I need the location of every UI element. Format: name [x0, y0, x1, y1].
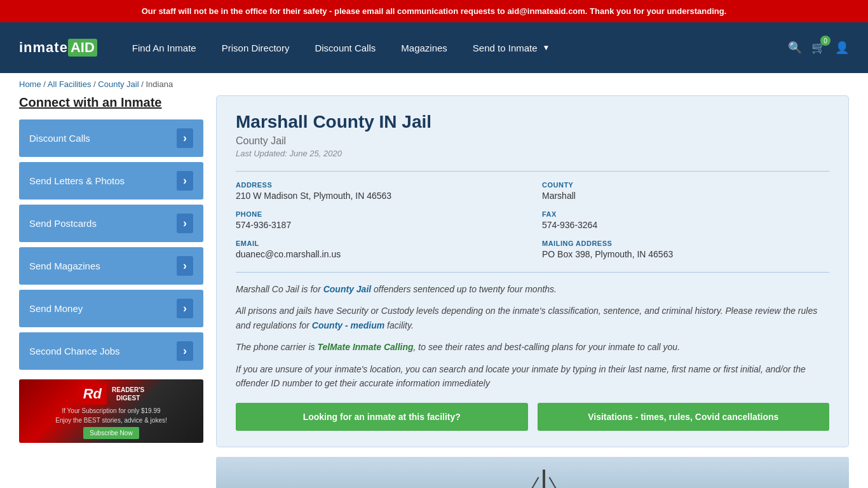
chevron-right-icon: › — [177, 214, 193, 233]
header-icons: 🔍 🛒 0 👤 — [788, 41, 849, 55]
breadcrumb-home[interactable]: Home — [19, 79, 41, 89]
chevron-right-icon: › — [177, 256, 193, 276]
phone-label: PHONE — [236, 210, 523, 218]
nav-find-inmate[interactable]: Find An Inmate — [123, 36, 206, 60]
ad-tagline: If Your Subscription for only $19.99 — [55, 407, 166, 414]
sidebar-btn-discount-calls-label: Discount Calls — [29, 133, 90, 144]
breadcrumb-indiana: Indiana — [146, 79, 173, 89]
chevron-right-icon: › — [177, 171, 193, 191]
ad-content: Rd READER'SDIGEST If Your Subscription f… — [50, 379, 172, 443]
breadcrumb: Home / All Facilities / County Jail / In… — [0, 73, 868, 95]
header: inmate AID Find An Inmate Prison Directo… — [0, 22, 868, 73]
telmate-link[interactable]: TelMate Inmate Calling — [317, 342, 413, 352]
fax-label: FAX — [542, 210, 829, 218]
alert-banner: Our staff will not be in the office for … — [0, 0, 868, 22]
county-block: COUNTY Marshall — [542, 181, 829, 201]
address-label: ADDRESS — [236, 181, 523, 189]
breadcrumb-county-jail[interactable]: County Jail — [98, 79, 139, 89]
find-inmate-button[interactable]: Looking for an inmate at this facility? — [236, 403, 528, 431]
fax-value: 574-936-3264 — [542, 220, 829, 230]
county-value: Marshall — [542, 191, 829, 201]
mailing-block: MAILING ADDRESS PO Box 398, Plymouth, IN… — [542, 240, 829, 259]
sidebar: Connect with an Inmate Discount Calls › … — [19, 95, 203, 488]
main-nav: Find An Inmate Prison Directory Discount… — [123, 36, 788, 60]
divider2 — [236, 272, 829, 273]
sidebar-btn-send-postcards-label: Send Postcards — [29, 218, 97, 229]
desc2-after: facility. — [384, 320, 414, 330]
county-label: COUNTY — [542, 181, 829, 189]
facility-photo — [216, 457, 849, 488]
sidebar-btn-discount-calls[interactable]: Discount Calls › — [19, 119, 203, 157]
email-label: EMAIL — [236, 240, 523, 247]
nav-prison-directory[interactable]: Prison Directory — [212, 36, 299, 60]
chevron-right-icon: › — [177, 341, 193, 361]
address-block: ADDRESS 210 W Madison St, Plymouth, IN 4… — [236, 181, 523, 201]
desc-para4: If you are unsure of your inmate's locat… — [236, 362, 829, 391]
nav-discount-calls[interactable]: Discount Calls — [305, 36, 385, 60]
nav-send-to-inmate[interactable]: Send to Inmate ▼ — [463, 36, 560, 60]
desc-para2: All prisons and jails have Security or C… — [236, 304, 829, 332]
cart-badge: 0 — [820, 36, 831, 46]
desc-para3: The phone carrier is TelMate Inmate Call… — [236, 340, 829, 354]
sidebar-btn-send-letters-label: Send Letters & Photos — [29, 175, 125, 186]
desc-para1: Marshall Co Jail is for County Jail offe… — [236, 282, 829, 296]
logo[interactable]: inmate AID — [19, 39, 97, 57]
description-section: Marshall Co Jail is for County Jail offe… — [236, 282, 829, 390]
desc1-after: offenders sentenced up to twenty four mo… — [371, 284, 557, 294]
sidebar-btn-send-postcards[interactable]: Send Postcards › — [19, 205, 203, 242]
mailing-label: MAILING ADDRESS — [542, 240, 829, 247]
visitations-button[interactable]: Visitations - times, rules, Covid cancel… — [538, 403, 830, 431]
main-layout: Connect with an Inmate Discount Calls › … — [0, 95, 868, 488]
sidebar-btn-send-magazines[interactable]: Send Magazines › — [19, 247, 203, 285]
tower-silhouette — [543, 470, 545, 488]
sidebar-title: Connect with an Inmate — [19, 95, 203, 110]
nav-send-to-inmate-label: Send to Inmate — [473, 43, 538, 53]
user-icon[interactable]: 👤 — [835, 41, 849, 55]
sidebar-btn-second-chance-label: Second Chance Jobs — [29, 346, 120, 356]
sidebar-btn-send-money[interactable]: Send Money › — [19, 290, 203, 327]
facility-card: Marshall County IN Jail County Jail Last… — [216, 95, 849, 447]
phone-value: 574-936-3187 — [236, 220, 523, 230]
desc1-before: Marshall Co Jail is for — [236, 284, 323, 294]
facility-name: Marshall County IN Jail — [236, 112, 829, 132]
desc3-after: , to see their rates and best-calling pl… — [414, 342, 680, 352]
logo-aid-text: AID — [68, 39, 97, 57]
sidebar-btn-second-chance[interactable]: Second Chance Jobs › — [19, 332, 203, 370]
chevron-right-icon: › — [177, 128, 193, 148]
alert-text: Our staff will not be in the office for … — [142, 6, 727, 16]
ad-tagline2: Enjoy the BEST stories, advice & jokes! — [55, 417, 166, 424]
breadcrumb-all-facilities[interactable]: All Facilities — [48, 79, 92, 89]
facility-type: County Jail — [236, 135, 829, 147]
logo-inmate-text: inmate — [19, 39, 68, 56]
chevron-right-icon: › — [177, 299, 193, 318]
main-content: Marshall County IN Jail County Jail Last… — [216, 95, 849, 488]
sidebar-btn-send-money-label: Send Money — [29, 303, 83, 314]
phone-block: PHONE 574-936-3187 — [236, 210, 523, 230]
ad-subscribe-button[interactable]: Subscribe Now — [83, 427, 139, 439]
email-value: duanec@co.marshall.in.us — [236, 249, 523, 259]
sidebar-btn-send-magazines-label: Send Magazines — [29, 261, 100, 271]
facility-updated: Last Updated: June 25, 2020 — [236, 149, 829, 158]
mailing-value: PO Box 398, Plymouth, IN 46563 — [542, 249, 829, 259]
desc3-before: The phone carrier is — [236, 342, 317, 352]
county-medium-link[interactable]: County - medium — [312, 320, 384, 330]
sky-background — [216, 457, 849, 488]
info-grid: ADDRESS 210 W Madison St, Plymouth, IN 4… — [236, 181, 829, 259]
address-value: 210 W Madison St, Plymouth, IN 46563 — [236, 191, 523, 201]
sidebar-btn-send-letters[interactable]: Send Letters & Photos › — [19, 162, 203, 200]
chevron-down-icon: ▼ — [543, 43, 550, 52]
divider — [236, 171, 829, 172]
search-icon[interactable]: 🔍 — [788, 41, 802, 55]
county-jail-link[interactable]: County Jail — [323, 284, 371, 294]
nav-magazines[interactable]: Magazines — [391, 36, 457, 60]
cart-icon[interactable]: 🛒 0 — [811, 41, 825, 55]
email-block: EMAIL duanec@co.marshall.in.us — [236, 240, 523, 259]
action-buttons: Looking for an inmate at this facility? … — [236, 403, 829, 431]
sidebar-ad[interactable]: Rd READER'SDIGEST If Your Subscription f… — [19, 379, 203, 443]
fax-block: FAX 574-936-3264 — [542, 210, 829, 230]
